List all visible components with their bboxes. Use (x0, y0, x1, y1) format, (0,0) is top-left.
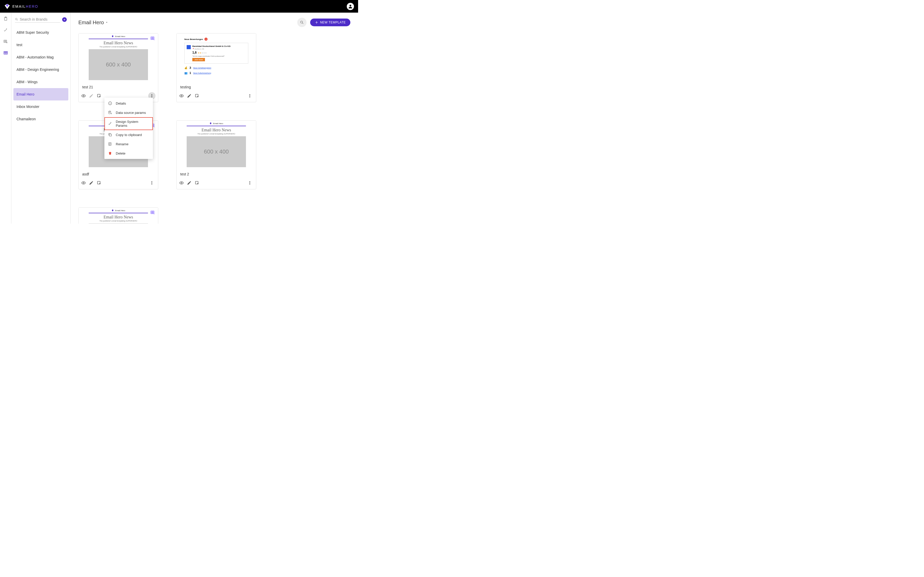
search-brands[interactable] (15, 16, 60, 23)
search-input[interactable] (20, 17, 60, 21)
svg-point-28 (250, 184, 250, 184)
template-name: test 21 (79, 82, 158, 91)
menu-item-copy-to-clipboard[interactable]: Copy to clipboard (104, 130, 153, 139)
svg-rect-37 (109, 134, 111, 136)
search-templates-button[interactable] (297, 18, 307, 27)
svg-point-26 (250, 181, 250, 182)
copy-icon (108, 133, 112, 137)
menu-item-delete[interactable]: Delete (104, 148, 153, 158)
svg-point-36 (109, 111, 111, 112)
edit-icon[interactable] (89, 181, 94, 185)
db-icon (108, 111, 112, 114)
note-icon[interactable] (97, 181, 101, 185)
plus-icon (63, 18, 66, 21)
svg-point-24 (181, 182, 182, 184)
template-name: test 2 (177, 169, 256, 178)
svg-point-27 (250, 183, 250, 184)
template-card: Email Hero Email Hero News The publisher… (78, 207, 158, 224)
sidebar-item[interactable]: ABM - Wings (13, 76, 68, 88)
svg-point-16 (250, 95, 250, 96)
template-name: testing (177, 82, 256, 91)
app-header: EMAILHERO (0, 0, 358, 13)
note-icon[interactable] (195, 181, 199, 185)
svg-point-12 (152, 97, 152, 97)
menu-item-design-system-params[interactable]: Design System Params (104, 117, 153, 130)
svg-point-23 (152, 184, 152, 184)
new-template-button[interactable]: NEW TEMPLATE (310, 19, 351, 26)
svg-point-21 (152, 181, 152, 182)
plus-icon (315, 21, 318, 24)
svg-point-15 (250, 94, 250, 95)
logo-text: EMAILHERO (12, 4, 38, 8)
rail-grid-icon[interactable] (3, 50, 8, 55)
menu-item-rename[interactable]: Rename (104, 139, 153, 148)
svg-point-10 (152, 94, 152, 95)
edit-icon[interactable] (89, 93, 94, 98)
svg-point-13 (181, 95, 182, 97)
sidebar-item[interactable]: Email Hero (13, 88, 68, 100)
template-thumbnail[interactable]: Neue Bewertungen1 Randstad Deutschland G… (177, 34, 256, 82)
more-button[interactable] (148, 179, 155, 187)
more-button[interactable] (246, 179, 254, 187)
template-thumbnail[interactable]: Email Hero Email Hero News The publisher… (79, 208, 158, 224)
template-card: Email Hero Email Hero News The publisher… (176, 120, 256, 189)
avatar[interactable] (347, 3, 354, 10)
sidebar-item[interactable]: ABM - Design Engineering (13, 63, 68, 76)
search-icon (15, 18, 18, 21)
add-brand-button[interactable] (62, 17, 67, 22)
preview-icon[interactable] (179, 93, 184, 98)
rail-clipboard-icon[interactable] (3, 16, 8, 21)
logo-icon (4, 3, 10, 10)
svg-point-17 (250, 97, 250, 97)
template-thumbnail[interactable]: Email Hero Email Hero News The publisher… (79, 34, 158, 82)
badge-icon (150, 36, 155, 41)
svg-point-19 (83, 182, 84, 184)
nav-rail (0, 13, 11, 224)
trash-icon (108, 151, 112, 155)
logo[interactable]: EMAILHERO (4, 3, 38, 10)
svg-point-8 (83, 95, 84, 97)
rail-wand-icon[interactable] (3, 27, 8, 33)
edit-icon[interactable] (187, 93, 192, 98)
svg-point-0 (350, 5, 351, 6)
svg-point-11 (152, 95, 152, 96)
sidebar-item[interactable]: ABM - Automation Mag (13, 51, 68, 63)
rail-table-plus-icon[interactable] (3, 39, 8, 44)
template-name: asdf (79, 169, 158, 178)
info-icon (108, 101, 112, 105)
wand-icon (108, 122, 112, 126)
svg-point-6 (300, 21, 303, 23)
note-icon[interactable] (195, 93, 199, 98)
search-icon (300, 20, 304, 24)
preview-icon[interactable] (81, 93, 86, 98)
sidebar-item[interactable]: Chamaileon (13, 113, 68, 125)
template-thumbnail[interactable]: Email Hero Email Hero News The publisher… (177, 121, 256, 169)
page-title[interactable]: Email Hero (78, 19, 108, 26)
sidebar-item[interactable]: Inbox Monster (13, 100, 68, 113)
preview-icon[interactable] (81, 181, 86, 185)
menu-item-details[interactable]: Details (104, 99, 153, 108)
menu-item-data-source-params[interactable]: Data source params (104, 108, 153, 117)
sidebar-item[interactable]: ABM Super Security (13, 26, 68, 39)
badge-icon (150, 210, 155, 215)
chevron-down-icon (105, 21, 108, 24)
template-card: Neue Bewertungen1 Randstad Deutschland G… (176, 33, 256, 102)
sidebar-item[interactable]: test (13, 39, 68, 51)
brands-sidebar: ABM Super SecuritytestABM - Automation M… (11, 13, 71, 224)
svg-point-22 (152, 183, 152, 184)
rename-icon (108, 142, 112, 146)
template-card: Email Hero Email Hero News The publisher… (78, 33, 158, 102)
edit-icon[interactable] (187, 181, 192, 185)
svg-point-5 (16, 18, 17, 20)
preview-icon[interactable] (179, 181, 184, 185)
note-icon[interactable] (97, 93, 101, 98)
more-button[interactable] (246, 92, 254, 100)
context-menu: DetailsData source paramsDesign System P… (104, 98, 153, 159)
